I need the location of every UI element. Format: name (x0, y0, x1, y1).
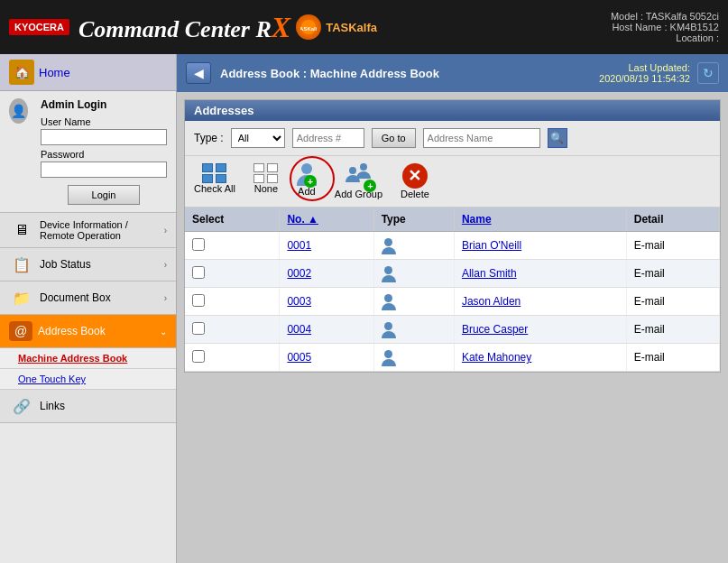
sidebar-item-device-info[interactable]: 🖥 Device Information /Remote Operation › (0, 213, 176, 248)
links-icon: 🔗 (9, 396, 34, 416)
sidebar-top: 🏠 Home (0, 54, 176, 91)
num-link[interactable]: 0005 (287, 351, 311, 364)
home-label: Home (39, 66, 70, 79)
add-group-icon: + (342, 163, 374, 189)
breadcrumb: Address Book : Machine Address Book (211, 67, 599, 80)
device-info-label: Device Information /Remote Operation (40, 219, 128, 241)
chevron-right-icon: › (164, 260, 167, 270)
none-action[interactable]: None (253, 163, 279, 194)
name-link[interactable]: Brian O'Neill (462, 239, 521, 252)
name-link[interactable]: Jason Alden (462, 295, 521, 308)
cell-name: Bruce Casper (454, 316, 626, 344)
type-select[interactable]: All E-mail Fax SMB FTP (231, 128, 285, 148)
username-group: User Name (41, 116, 167, 145)
checked-box (216, 174, 226, 183)
svg-text:TASKalfa: TASKalfa (300, 26, 317, 32)
check-all-action[interactable]: Check All (194, 163, 235, 194)
empty-box (253, 163, 264, 172)
sidebar: 🏠 Home 👤 Admin Login User Name Password (0, 54, 177, 563)
content-area: Addresses Type : All E-mail Fax SMB FTP … (177, 92, 728, 380)
name-sort-link[interactable]: Name (462, 213, 492, 226)
back-button[interactable]: ◀ (186, 62, 211, 84)
chevron-right-icon: › (164, 226, 167, 235)
delete-icon: ✕ (402, 163, 428, 189)
num-link[interactable]: 0002 (287, 267, 311, 280)
address-number-input[interactable] (292, 128, 364, 148)
cell-type (373, 316, 454, 344)
search-button[interactable]: 🔍 (548, 128, 567, 148)
taskalfa-text: TASKalfa (326, 21, 377, 34)
row-checkbox[interactable] (192, 294, 205, 307)
address-book-icon: @ (9, 321, 32, 341)
cell-name: Allan Smith (454, 260, 626, 288)
num-link[interactable]: 0004 (287, 323, 311, 336)
password-group: Password (41, 149, 167, 178)
person-add-icon: + (297, 163, 317, 186)
sidebar-item-links[interactable]: 🔗 Links (0, 390, 176, 423)
row-checkbox[interactable] (192, 238, 205, 251)
cell-num: 0005 (280, 344, 373, 372)
app-title: Command Center RX (78, 11, 290, 44)
sidebar-item-job-status[interactable]: 📋 Job Status › (0, 248, 176, 282)
goto-button[interactable]: Go to (372, 128, 416, 148)
login-button[interactable]: Login (68, 185, 140, 205)
add-group-action[interactable]: + Add Group (335, 163, 382, 199)
num-sort-link[interactable]: No. ▲ (287, 213, 318, 226)
chevron-down-icon: ⌄ (160, 327, 167, 337)
cell-select (185, 344, 280, 372)
add-group-label: Add Group (335, 189, 382, 199)
sidebar-item-document-box[interactable]: 📁 Document Box › (0, 282, 176, 315)
num-link[interactable]: 0003 (287, 295, 311, 308)
delete-action[interactable]: ✕ Delete (401, 163, 429, 199)
kyocera-badge: KYOCERA (9, 19, 69, 35)
row-checkbox[interactable] (192, 350, 205, 363)
sidebar-item-address-book[interactable]: @ Address Book ⌄ (0, 315, 176, 348)
taskalfa: TASKalfa TASKalfa (296, 14, 377, 40)
row-checkbox[interactable] (192, 322, 205, 335)
model-info: Model : TASKalfa 5052ci (611, 11, 719, 22)
row-checkbox[interactable] (192, 266, 205, 279)
cell-detail: E-mail (626, 260, 719, 288)
cell-select (185, 232, 280, 260)
home-link[interactable]: 🏠 Home (9, 60, 167, 85)
empty-box (253, 174, 264, 183)
cell-num: 0003 (280, 288, 373, 316)
delete-label: Delete (401, 189, 429, 199)
cell-select (185, 288, 280, 316)
name-link[interactable]: Allan Smith (462, 267, 517, 280)
cell-detail: E-mail (626, 288, 719, 316)
none-icon (253, 163, 279, 183)
taskalfa-icon: TASKalfa (296, 14, 321, 40)
one-touch-key-label: One Touch Key (18, 374, 86, 384)
address-table: Select No. ▲ Type Name Detail 0001 Brian… (185, 208, 720, 372)
document-box-icon: 📁 (9, 288, 34, 308)
name-link[interactable]: Kate Mahoney (462, 351, 531, 364)
num-link[interactable]: 0001 (287, 239, 311, 252)
host-info: Host Name : KM4B1512 (611, 22, 719, 32)
table-row: 0005 Kate Mahoney E-mail (185, 344, 720, 372)
last-updated: Last Updated: 2020/08/19 11:54:32 (599, 62, 690, 84)
col-select: Select (185, 208, 280, 232)
refresh-button[interactable]: ↻ (697, 62, 719, 84)
header: KYOCERA Command Center RX TASKalfa TASKa… (0, 0, 728, 54)
cell-name: Jason Alden (454, 288, 626, 316)
table-header-row: Select No. ▲ Type Name Detail (185, 208, 720, 232)
title-suffix: X (272, 11, 290, 43)
type-label: Type : (194, 132, 224, 144)
name-link[interactable]: Bruce Casper (462, 323, 528, 336)
add-label: Add (298, 186, 316, 197)
add-action[interactable]: + Add (297, 163, 317, 197)
password-input[interactable] (41, 162, 167, 178)
action-bar: Check All None (185, 156, 720, 208)
cell-detail: E-mail (626, 232, 719, 260)
empty-box (267, 163, 278, 172)
sidebar-subitem-machine-address-book[interactable]: Machine Address Book (0, 348, 176, 369)
cell-detail: E-mail (626, 344, 719, 372)
links-label: Links (40, 400, 65, 412)
address-name-input[interactable] (423, 128, 540, 148)
username-input[interactable] (41, 129, 167, 145)
sidebar-subitem-one-touch-key[interactable]: One Touch Key (0, 369, 176, 390)
plus-icon: + (304, 175, 317, 188)
address-book-label: Address Book (38, 325, 106, 337)
last-updated-value: 2020/08/19 11:54:32 (599, 73, 690, 84)
